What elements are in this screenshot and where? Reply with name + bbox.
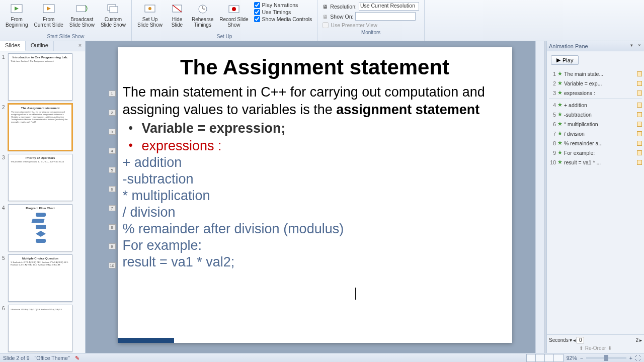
resolution-select[interactable]: Use Current Resolution — [359, 2, 419, 11]
animation-marker[interactable]: 5 — [109, 167, 116, 173]
hide-slide-button[interactable]: Hide Slide — [166, 1, 188, 29]
monitor-mini-icon: 🖥 — [323, 4, 328, 10]
play-from-start-icon — [10, 3, 24, 16]
slide-line: / division — [123, 205, 507, 220]
animation-item[interactable]: 3★expressions : — [549, 88, 642, 98]
status-bar: Slide 2 of 9 "Office Theme" ✎ 92% − + ⛶ — [0, 353, 644, 362]
slide-thumbnail[interactable]: The Assignment statementThe main stateme… — [8, 104, 72, 151]
from-current-button[interactable]: From Current Slide — [31, 1, 65, 29]
animation-pane-footer: Seconds ▾ ◂ 0 2 ▸ ⬆ Re-Order ⬇ — [547, 334, 644, 353]
setup-show-button[interactable]: Set Up Slide Show — [135, 1, 165, 29]
pane-dropdown-icon[interactable]: ▾ — [628, 43, 635, 50]
slide-thumbnail[interactable]: Program Flow Chart — [8, 204, 72, 251]
animation-item[interactable]: 7★/ division — [549, 129, 642, 138]
show-on-label: Show On: — [330, 14, 353, 20]
slide-line: % remainder after division (modulus) — [123, 221, 507, 237]
use-timings-check[interactable]: Use Timings — [254, 9, 312, 15]
star-icon: ★ — [557, 89, 562, 96]
star-icon: ★ — [557, 80, 562, 86]
group-label-setup: Set Up — [135, 33, 314, 40]
animation-item[interactable]: 6★* multiplication — [549, 119, 642, 129]
pane-close-icon[interactable]: × — [636, 43, 643, 50]
thumbs-list[interactable]: 1Introduction to C++ Programming Lab.Thi… — [0, 51, 85, 353]
view-reading-button[interactable] — [545, 354, 554, 361]
view-slideshow-button[interactable] — [554, 354, 563, 361]
group-label-start: Start Slide Show — [3, 33, 128, 40]
zoom-out-button[interactable]: − — [580, 355, 583, 361]
zoom-in-button[interactable]: + — [629, 355, 632, 361]
star-icon: ★ — [557, 121, 562, 127]
slides-panel: Slides Outline × 1Introduction to C++ Pr… — [0, 41, 86, 353]
slides-panel-close[interactable]: × — [76, 42, 84, 49]
view-normal-button[interactable] — [527, 354, 536, 361]
timeline-next[interactable]: ▸ — [639, 337, 642, 343]
thumb-number: 4 — [2, 204, 8, 211]
reorder-down-icon[interactable]: ⬇ — [608, 345, 612, 351]
show-media-check[interactable]: Show Media Controls — [254, 16, 312, 22]
svg-rect-17 — [32, 219, 45, 223]
slide-editor[interactable]: 12345678910 The Assignment statement The… — [86, 41, 544, 353]
animation-item[interactable]: 5★-subtraction — [549, 110, 642, 119]
slide-line: For example: — [123, 238, 507, 253]
monitor-mini-icon: 🖥 — [323, 14, 328, 20]
slide-thumbnail[interactable]: Multiple Choice Question1. Evaluate 4+6*… — [8, 254, 72, 302]
broadcast-icon — [75, 3, 89, 16]
animation-item[interactable]: 4★+ addition — [549, 100, 642, 110]
slide-line: + addition — [123, 155, 507, 170]
animation-markers: 12345678910 — [109, 90, 116, 268]
timeline-prev[interactable]: ◂ — [573, 337, 576, 343]
editor-scrollbar[interactable] — [535, 41, 544, 353]
timing-box — [637, 90, 642, 96]
svg-point-8 — [148, 7, 151, 10]
tab-slides[interactable]: Slides — [0, 41, 26, 51]
animation-play-button[interactable]: ▶ Play — [551, 55, 579, 65]
animation-marker[interactable]: 9 — [109, 243, 116, 249]
timing-box — [637, 122, 642, 127]
record-button[interactable]: Record Slide Show — [217, 1, 251, 29]
slide-body[interactable]: The main statement in C++ for carrying o… — [118, 79, 512, 274]
animation-item[interactable]: 10★result = va1 * ... — [549, 157, 642, 167]
from-beginning-button[interactable]: From Beginning — [3, 1, 30, 29]
custom-show-button[interactable]: Custom Slide Show — [98, 1, 128, 29]
animation-marker[interactable]: 1 — [109, 90, 116, 97]
animation-marker[interactable]: 4 — [109, 148, 116, 154]
timeline-dropdown-icon[interactable]: ▾ — [570, 337, 572, 343]
broadcast-button[interactable]: Broadcast Slide Show — [67, 1, 97, 29]
animation-list[interactable]: 1★The main state...2★Variable = exp...3★… — [547, 69, 644, 334]
slide-line: * multiplication — [123, 188, 507, 204]
fit-to-window-button[interactable]: ⛶ — [635, 355, 641, 361]
animation-marker[interactable]: 6 — [109, 186, 116, 192]
svg-point-15 — [232, 7, 236, 11]
slide-thumbnail[interactable]: Priority of OperatorsThe priorities of t… — [8, 154, 72, 201]
animation-marker[interactable]: 8 — [109, 224, 116, 230]
tab-outline[interactable]: Outline — [26, 41, 54, 51]
animation-marker[interactable]: 2 — [109, 110, 116, 116]
view-sorter-button[interactable] — [536, 354, 545, 361]
reorder-up-icon[interactable]: ⬆ — [579, 345, 583, 351]
zoom-label: 92% — [567, 355, 577, 361]
slide-thumbnail[interactable]: 5.Evaluate 17%3 A) 0 B) 2 C) 5 6.Evaluat… — [8, 305, 72, 352]
hide-slide-icon — [170, 3, 184, 16]
play-narrations-check[interactable]: Play Narrations — [254, 2, 312, 8]
zoom-slider[interactable] — [586, 357, 626, 359]
animation-item[interactable]: 8★% remainder a... — [549, 138, 642, 148]
slide-bullet: Variable = expression; — [123, 121, 507, 136]
thumb-number: 1 — [2, 53, 8, 60]
animation-item[interactable]: 1★The main state... — [549, 69, 642, 78]
slide-line: result = va1 * val2; — [123, 254, 507, 270]
star-icon: ★ — [557, 149, 562, 156]
spellcheck-icon[interactable]: ✎ — [75, 355, 79, 361]
animation-marker[interactable]: 7 — [109, 205, 116, 211]
animation-item[interactable]: 9★For example: — [549, 148, 642, 157]
rehearse-button[interactable]: Rehearse Timings — [189, 1, 216, 29]
slide-canvas[interactable]: 12345678910 The Assignment statement The… — [118, 47, 512, 343]
animation-marker[interactable]: 3 — [109, 129, 116, 135]
animation-marker[interactable]: 10 — [109, 262, 116, 268]
slide-title[interactable]: The Assignment statement — [118, 55, 512, 79]
star-icon: ★ — [557, 130, 562, 137]
slide-thumbnail[interactable]: Introduction to C++ Programming Lab.Thir… — [8, 53, 72, 101]
star-icon: ★ — [557, 102, 562, 108]
star-icon: ★ — [557, 140, 562, 146]
animation-item[interactable]: 2★Variable = exp... — [549, 78, 642, 88]
timeline-end: 2 — [635, 337, 638, 343]
